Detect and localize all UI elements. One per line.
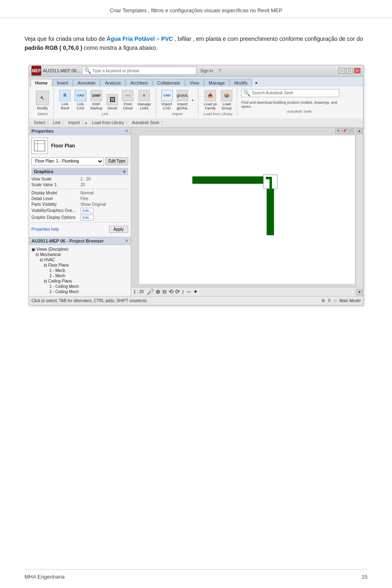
edit-type-btn[interactable]: Edit Type — [105, 157, 128, 165]
load-items: 📥 Load asFamily 📦 LoadGroup — [203, 89, 234, 111]
project-browser-header: AU2011-MEP 06 - Project Browser ✕ — [29, 237, 131, 245]
load-group-btn[interactable]: 📦 LoadGroup — [220, 89, 234, 111]
properties-close-btn[interactable]: ✕ — [125, 129, 128, 133]
intro-highlight: Água Fria Potável – PVC — [107, 36, 173, 42]
tree-floor-plans[interactable]: ⊟ Floor Plans — [29, 263, 131, 268]
tree-1-mech[interactable]: 1 - Mech — [29, 268, 131, 273]
load-family-btn[interactable]: 📥 Load asFamily — [203, 89, 218, 111]
tab-home[interactable]: Home — [31, 79, 52, 87]
import-cad-btn[interactable]: CAD ImportCAD — [160, 89, 174, 111]
title-search-placeholder: Type a keyword or phrase — [93, 69, 194, 73]
tree-hvac[interactable]: ⊟ HVAC — [29, 257, 131, 263]
seek-group-label: Autodesk Seek — [287, 109, 312, 114]
point-cloud-label: PointCloud — [123, 102, 133, 110]
ribbon-group-load: 📥 Load asFamily 📦 LoadGroup Load from Li… — [199, 88, 237, 117]
project-browser-title: AU2011-MEP 06 - Project Browser — [31, 238, 104, 243]
tree-2-mech[interactable]: 2 - Mech — [29, 273, 131, 278]
scroll-up-btn[interactable]: ▲ — [357, 128, 363, 134]
hvac-label: HVAC — [44, 258, 55, 262]
graphic-display-edit-btn[interactable]: Edit... — [80, 215, 94, 220]
intro-text2: , bifilar , em planta e com preenchiment… — [174, 36, 363, 42]
tree-ceiling-plans[interactable]: ⊟ Ceiling Plans — [29, 278, 131, 284]
tab-view[interactable]: View — [185, 79, 204, 87]
apply-btn[interactable]: Apply — [109, 226, 128, 233]
tab-architect[interactable]: Architect — [126, 79, 152, 87]
seek-search-box[interactable]: 🔍 Search Autodesk Seek — [241, 89, 339, 97]
maximize-btn[interactable]: □ — [346, 68, 353, 74]
manage-links-btn[interactable]: ≡ ManageLinks — [136, 89, 152, 111]
import-expand-btn[interactable]: ▸ — [191, 97, 195, 103]
properties-help-link[interactable]: Properties help — [31, 227, 59, 232]
nav-pin-btn[interactable]: 📌 — [342, 128, 347, 134]
nav-max-btn[interactable]: □ — [348, 128, 354, 134]
decal-btn[interactable]: 🖼 Decal — [105, 93, 119, 111]
visibility-edit-btn[interactable]: Edit... — [80, 208, 94, 214]
tab-collaborate[interactable]: Collaborate — [153, 79, 185, 87]
title-bar: MEP AU2011-MEP 06... 🔍 Type a keyword or… — [29, 65, 363, 77]
tree-2-ceiling-mech[interactable]: 2 - Ceiling Mech — [29, 289, 131, 294]
title-bar-title: AU2011-MEP 06... — [43, 68, 80, 73]
visibility-label: Visibility/Graphics Ove... — [31, 208, 80, 213]
status-icon: ⚙ — [321, 298, 325, 303]
ribbon-group-link: R LinkRevit CAD LinkCAD DWF DWFMarkup 🖼 … — [55, 88, 156, 117]
detail-level-row: Detail Level Fine — [31, 196, 128, 201]
modify-btn[interactable]: ↖ Modify — [35, 90, 50, 111]
view-scale-value: 1 : 20 — [80, 177, 128, 181]
pipe-vertical — [267, 182, 274, 235]
parts-visibility-label: Parts Visibility — [31, 202, 80, 207]
svg-rect-0 — [34, 140, 45, 151]
tree-views[interactable]: ▣ Views (Discipline) — [29, 247, 131, 252]
import-group-label: Import — [172, 112, 183, 116]
link-cad-btn[interactable]: CAD LinkCAD — [74, 89, 87, 111]
close-btn[interactable]: ✕ — [354, 68, 361, 74]
screenshot-container: MEP AU2011-MEP 06... 🔍 Type a keyword or… — [29, 65, 363, 305]
properties-panel: Floor Plan Floor Plan: 1 - Plumbing Edit… — [29, 135, 131, 235]
tree-1-ceiling-mech[interactable]: 1 - Ceiling Mech — [29, 284, 131, 289]
ceiling-plans-toggle: ⊟ — [44, 279, 47, 283]
search-icon: 🔍 — [84, 67, 91, 74]
floor-plan-dropdown[interactable]: Floor Plan: 1 - Plumbing — [31, 157, 104, 165]
graphics-section[interactable]: Graphics ∧ — [31, 168, 128, 175]
graphic-display-row: Graphic Display Options Edit... — [31, 215, 128, 220]
link-revit-btn[interactable]: R LinkRevit — [58, 89, 72, 111]
scale-value-row: Scale Value 1: 20 — [31, 183, 128, 187]
decal-label: Decal — [108, 106, 117, 110]
link-revit-label: LinkRevit — [61, 102, 69, 110]
intro-text1: Veja que foi criada uma tubo de — [24, 36, 107, 42]
dwf-markup-btn[interactable]: DWF DWFMarkup — [89, 89, 104, 111]
tab-extra[interactable]: ▸ — [252, 79, 261, 87]
floor-plan-svg — [33, 140, 46, 152]
status-right: ⚙ 0 □ Main Model — [321, 298, 361, 303]
select-group-label: Select — [37, 112, 47, 116]
import-cad-label: ImportCAD — [162, 102, 172, 110]
tree-mechanical[interactable]: ⊟ Mechanical — [29, 252, 131, 257]
point-cloud-btn[interactable]: ⋯ PointCloud — [121, 89, 135, 111]
title-search-box[interactable]: 🔍 Type a keyword or phrase — [82, 67, 196, 75]
tab-annotate[interactable]: Annotate — [73, 79, 100, 87]
minimize-btn[interactable]: ─ — [339, 68, 345, 74]
intro-text3: como mostra a figura abaixo. — [84, 45, 158, 51]
tab-insert[interactable]: Insert — [53, 79, 73, 87]
view-scale-label: View Scale — [31, 177, 80, 181]
tab-analyze[interactable]: Analyze — [100, 79, 125, 87]
page-title: Criar Templates , filtros e configuraçõe… — [109, 7, 282, 13]
graphics-section-label: Graphics — [34, 169, 53, 174]
nav-close-btn[interactable]: ✕ — [335, 128, 341, 134]
help-btn[interactable]: ? — [217, 69, 223, 73]
link-items: R LinkRevit CAD LinkCAD DWF DWFMarkup 🖼 … — [58, 89, 152, 111]
page-number: 15 — [362, 574, 368, 580]
drawing-nav-btns: ✕ 📌 □ — [335, 128, 354, 134]
import-gbxml-btn[interactable]: gbXML ImportgbXML — [176, 89, 190, 111]
zoom-controls[interactable]: 🔎 ⊕ ⊖ ⟲ ⟳ ↕ ↔ ✦ — [147, 288, 198, 295]
project-browser-close-btn[interactable]: ✕ — [125, 238, 128, 243]
bottom-scale-bar: 1 : 20 🔎 ⊕ ⊖ ⟲ ⟳ ↕ ↔ ✦ — [131, 287, 356, 296]
tree-views-toggle: ▣ — [31, 247, 35, 252]
tab-modify[interactable]: Modify — [230, 79, 252, 87]
link-revit-icon: R — [59, 90, 71, 101]
display-model-label: Display Model — [31, 191, 80, 195]
scroll-down-btn[interactable]: ▼ — [357, 290, 363, 295]
project-tree: ▣ Views (Discipline) ⊟ Mechanical ⊟ HVAC — [29, 245, 131, 296]
tab-manage[interactable]: Manage — [204, 79, 229, 87]
scale-value-value: 20 — [80, 183, 128, 187]
sign-in-link[interactable]: Sign In — [198, 69, 216, 73]
